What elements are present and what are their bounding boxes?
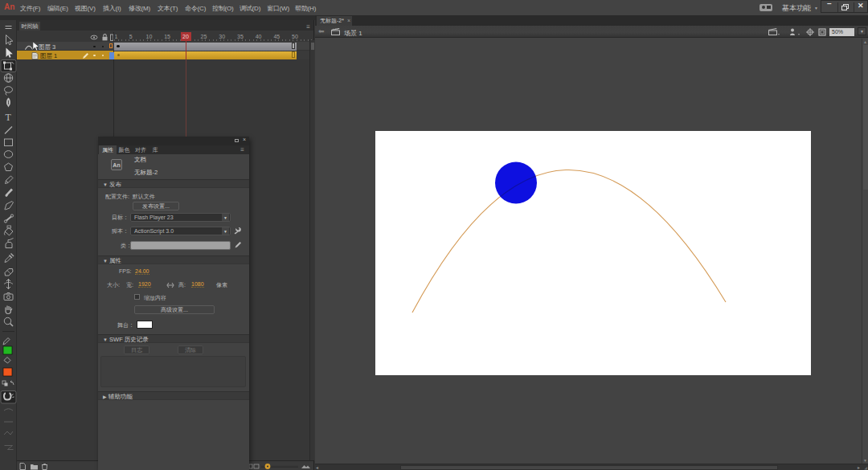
svg-text:T: T [6,112,12,123]
